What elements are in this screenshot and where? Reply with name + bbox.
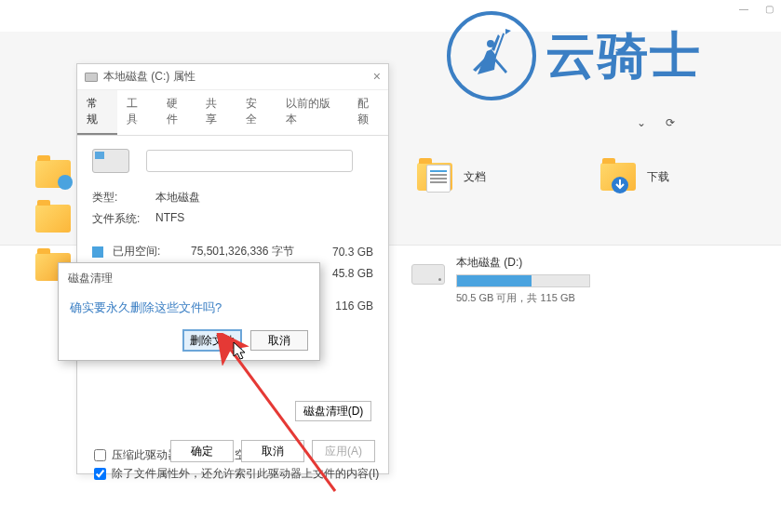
brand-logo: 云骑士 [447,11,702,100]
address-dropdown-icon[interactable]: ⌄ [632,113,651,132]
tab-quota[interactable]: 配额 [348,90,388,135]
drive-d-usage-bar [456,274,590,287]
library-item-downloads[interactable]: 下载 [600,163,669,191]
library-item-documents[interactable]: 文档 [417,163,486,191]
folder-icon [35,160,71,188]
tab-previous[interactable]: 以前的版本 [276,90,348,135]
library-item-pictures[interactable] [35,205,71,233]
close-icon[interactable]: × [373,69,381,84]
maximize-icon[interactable]: ▢ [765,4,774,14]
address-bar-right: ⌄ ⟳ [632,113,679,132]
capacity-gb: 116 GB [316,299,373,313]
documents-label: 文档 [464,169,486,185]
download-arrow-icon [612,177,628,193]
disk-cleanup-button[interactable]: 磁盘清理(D) [295,401,371,421]
used-label: 已用空间: [113,244,180,259]
compress-checkbox[interactable] [94,449,106,461]
tab-general[interactable]: 常规 [77,90,117,135]
index-label: 除了文件属性外，还允许索引此驱动器上文件的内容(I) [112,466,379,482]
used-bytes: 75,501,326,336 字节 [180,244,316,259]
tab-tools[interactable]: 工具 [117,90,157,135]
type-value: 本地磁盘 [155,190,200,206]
svg-point-0 [487,40,494,47]
minimize-icon[interactable]: — [739,4,748,14]
drive-d-name: 本地磁盘 (D:) [456,255,590,271]
drive-label-input[interactable] [146,150,353,172]
apply-button[interactable]: 应用(A) [312,440,375,462]
drive-d-item[interactable]: 本地磁盘 (D:) 50.5 GB 可用，共 115 GB [411,255,590,305]
properties-titlebar[interactable]: 本地磁盘 (C:) 属性 × [77,64,388,90]
drive-icon [411,264,445,285]
confirm-cancel-button[interactable]: 取消 [250,330,308,351]
type-label: 类型: [92,190,155,206]
confirm-title[interactable]: 磁盘清理 [59,263,319,290]
tab-sharing[interactable]: 共享 [196,90,236,135]
drive-icon [85,73,98,82]
confirm-dialog: 磁盘清理 确实要永久删除这些文件吗? 删除文件 取消 [58,262,320,361]
fs-value: NTFS [155,211,184,227]
refresh-icon[interactable]: ⟳ [662,114,679,131]
properties-title: 本地磁盘 (C:) 属性 [103,69,195,85]
window-controls: — ▢ [739,4,774,14]
drive-d-usage-text: 50.5 GB 可用，共 115 GB [456,291,590,305]
cancel-button[interactable]: 取消 [241,440,304,462]
library-item-3d[interactable] [35,160,71,188]
used-indicator [92,246,103,258]
delete-files-button[interactable]: 删除文件 [183,330,241,351]
fs-label: 文件系统: [92,211,155,227]
tab-hardware[interactable]: 硬件 [157,90,197,135]
knight-icon [447,11,536,100]
document-icon [426,165,451,193]
free-gb: 45.8 GB [316,267,373,280]
index-checkbox[interactable] [94,468,106,480]
brand-text: 云骑士 [545,22,702,90]
folder-icon [35,205,71,233]
drive-icon [92,149,129,173]
confirm-message: 确实要永久删除这些文件吗? [59,290,319,326]
downloads-label: 下载 [647,169,669,185]
ok-button[interactable]: 确定 [170,440,234,462]
index-checkbox-row[interactable]: 除了文件属性外，还允许索引此驱动器上文件的内容(I) [94,466,379,482]
tab-security[interactable]: 安全 [236,90,276,135]
used-gb: 70.3 GB [316,246,373,259]
properties-tabs: 常规 工具 硬件 共享 安全 以前的版本 配额 [77,90,388,136]
